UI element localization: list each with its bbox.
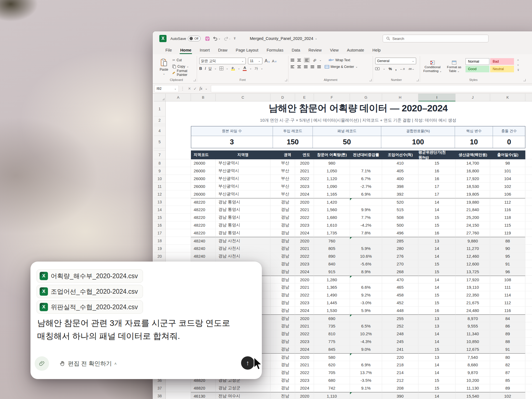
- cell[interactable]: 116: [490, 307, 525, 314]
- cell[interactable]: 840: [314, 260, 350, 268]
- cell[interactable]: 890: [314, 252, 350, 260]
- cell[interactable]: 845: [314, 346, 350, 353]
- cell[interactable]: 14: [418, 330, 456, 338]
- column-header-D[interactable]: D: [270, 94, 295, 101]
- tab-home[interactable]: Home: [180, 47, 192, 53]
- autosave-toggle[interactable]: Off: [188, 36, 201, 41]
- font-color-chevron[interactable]: ⌄: [249, 67, 252, 70]
- cell[interactable]: 218: [382, 361, 418, 369]
- row-header-9[interactable]: 9: [154, 167, 166, 175]
- cell-style-bad[interactable]: Bad: [490, 58, 514, 65]
- cell[interactable]: 15,540: [456, 392, 490, 399]
- redo-button[interactable]: ⌄: [222, 35, 232, 42]
- cell[interactable]: 13.7%: [350, 369, 382, 377]
- customize-qat-button[interactable]: ⊽: [233, 35, 236, 42]
- cell[interactable]: 부산광역시: [216, 175, 270, 183]
- cell[interactable]: 15: [418, 346, 456, 353]
- cell[interactable]: 220: [382, 353, 418, 361]
- cell[interactable]: 91: [490, 346, 525, 353]
- cell[interactable]: [166, 206, 191, 214]
- row-header-2[interactable]: 2: [154, 116, 166, 124]
- cell[interactable]: 88: [490, 237, 525, 245]
- cell[interactable]: 84: [490, 314, 525, 322]
- cell[interactable]: 775: [314, 338, 350, 346]
- column-header-H[interactable]: H: [382, 94, 418, 101]
- row-header-19[interactable]: 19: [154, 245, 166, 252]
- cell[interactable]: 17: [418, 190, 456, 198]
- cell[interactable]: 7,540: [456, 353, 490, 361]
- cell[interactable]: [525, 206, 532, 214]
- cell[interactable]: 465: [382, 283, 418, 291]
- cell[interactable]: 2021: [295, 167, 314, 175]
- cell[interactable]: 2021: [295, 283, 314, 291]
- cell[interactable]: 14: [418, 283, 456, 291]
- cell[interactable]: 2020: [295, 198, 314, 206]
- table-header-cell[interactable]: 권역: [270, 150, 295, 159]
- name-box[interactable]: I92⌄: [154, 85, 179, 92]
- cell[interactable]: 6.5%: [350, 322, 382, 330]
- file-chip[interactable]: X어획량_해수부_2020-2024.csv: [37, 269, 143, 283]
- cell[interactable]: 8,680: [456, 361, 490, 369]
- underline-chevron[interactable]: ⌄: [214, 67, 216, 70]
- cell[interactable]: 10.6%: [350, 252, 382, 260]
- row-header-5[interactable]: 5: [154, 136, 166, 148]
- font-size-select[interactable]: 11⌄: [248, 58, 262, 64]
- cell[interactable]: 경남: [270, 206, 295, 214]
- tab-automate[interactable]: Automate: [346, 47, 365, 53]
- chat-message[interactable]: 남해안 참문어 관련 3개 자료를 시군구 코드랑 연도로매칭해서 하나의 패널…: [37, 316, 256, 342]
- cell[interactable]: 경남: [270, 291, 295, 299]
- cell[interactable]: 48220: [191, 198, 216, 206]
- tab-draw[interactable]: Draw: [218, 47, 228, 53]
- excel-app-icon[interactable]: X: [159, 35, 167, 42]
- select-all-corner[interactable]: [154, 94, 166, 101]
- cell[interactable]: 14: [418, 252, 456, 260]
- cell[interactable]: 전남: [270, 392, 295, 399]
- cell[interactable]: [525, 283, 532, 291]
- percent-style-button[interactable]: %: [388, 67, 392, 71]
- cell[interactable]: 22,350: [456, 291, 490, 299]
- cell[interactable]: 108: [490, 276, 525, 283]
- tab-insert[interactable]: Insert: [199, 47, 210, 53]
- cell[interactable]: 15: [418, 214, 456, 221]
- cell[interactable]: [525, 369, 532, 377]
- cell[interactable]: [525, 377, 532, 384]
- alignment-dialog-launcher[interactable]: [369, 79, 372, 81]
- cell[interactable]: 경남: [270, 330, 295, 338]
- cell[interactable]: 2024: [295, 268, 314, 276]
- cell[interactable]: 85: [490, 377, 525, 384]
- align-left-button[interactable]: [291, 65, 294, 68]
- copy-button[interactable]: Copy⌄: [172, 64, 194, 69]
- row-header-8[interactable]: 8: [154, 159, 166, 167]
- cell[interactable]: 2022: [295, 330, 314, 338]
- cell[interactable]: [166, 167, 191, 175]
- cell[interactable]: 15: [418, 377, 456, 384]
- cell[interactable]: [525, 307, 532, 314]
- cell[interactable]: 12,460: [456, 252, 490, 260]
- tab-help[interactable]: Help: [372, 47, 381, 53]
- cell[interactable]: 경남 통영시: [216, 229, 270, 237]
- cell[interactable]: 2024: [295, 384, 314, 392]
- cell[interactable]: [350, 392, 382, 399]
- cell[interactable]: 부산광역시: [216, 167, 270, 175]
- cell[interactable]: 2020: [295, 276, 314, 283]
- tab-data[interactable]: Data: [291, 47, 301, 53]
- cell[interactable]: [166, 198, 191, 206]
- cell[interactable]: 398: [382, 183, 418, 190]
- cell[interactable]: [525, 392, 532, 399]
- column-header-C[interactable]: C: [216, 94, 270, 101]
- column-header-E[interactable]: E: [295, 94, 314, 101]
- cell[interactable]: 13: [418, 237, 456, 245]
- cell[interactable]: 14: [418, 369, 456, 377]
- cell[interactable]: 2024: [295, 346, 314, 353]
- cell[interactable]: 경남: [270, 346, 295, 353]
- cell[interactable]: 276: [382, 252, 418, 260]
- cell[interactable]: 1,735: [314, 229, 350, 237]
- table-header-cell[interactable]: 조업어선수(척): [382, 150, 418, 159]
- cell[interactable]: 13: [418, 314, 456, 322]
- cell-style-good[interactable]: Good: [466, 66, 489, 72]
- cell[interactable]: 17,920: [456, 175, 490, 183]
- cell[interactable]: 26000: [191, 175, 216, 183]
- format-painter-button[interactable]: Format Painter: [172, 70, 194, 75]
- cell[interactable]: 경남: [270, 252, 295, 260]
- cell[interactable]: 경남 통영시: [216, 206, 270, 214]
